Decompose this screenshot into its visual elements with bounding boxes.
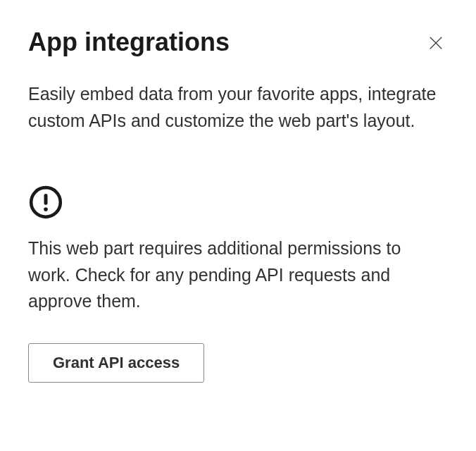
panel-header: App integrations bbox=[28, 27, 448, 57]
app-integrations-panel: App integrations Easily embed data from … bbox=[0, 0, 476, 409]
warning-icon bbox=[28, 185, 448, 220]
grant-api-access-button[interactable]: Grant API access bbox=[28, 343, 204, 383]
panel-title: App integrations bbox=[28, 27, 230, 57]
close-icon bbox=[428, 35, 444, 53]
close-button[interactable] bbox=[424, 31, 448, 57]
panel-description: Easily embed data from your favorite app… bbox=[28, 81, 448, 134]
warning-message: This web part requires additional permis… bbox=[28, 235, 448, 315]
svg-rect-3 bbox=[44, 194, 48, 205]
svg-point-4 bbox=[44, 207, 48, 211]
permissions-warning: This web part requires additional permis… bbox=[28, 185, 448, 315]
